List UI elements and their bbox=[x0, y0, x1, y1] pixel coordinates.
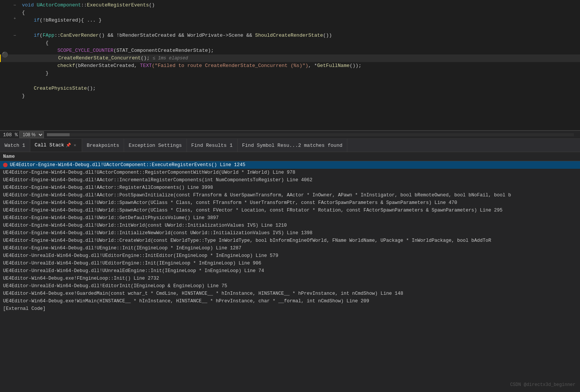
callstack-item-9[interactable]: UE4Editor-Engine-Win64-Debug.dll!UWorld:… bbox=[0, 229, 580, 237]
horizontal-scrollbar[interactable] bbox=[47, 133, 574, 136]
callstack-item-text-6: UE4Editor-Engine-Win64-Debug.dll!UWorld:… bbox=[3, 208, 502, 213]
current-line-icon: ⚫ bbox=[2, 51, 8, 58]
status-bar: 108 % 108 % 100 % 125 % bbox=[0, 131, 580, 139]
zoom-value: 108 % bbox=[3, 132, 18, 138]
tab-findresults[interactable]: Find Results 1 bbox=[187, 139, 238, 152]
callstack-item-18[interactable]: UE4Editor-Win64-Debug.exe!WinMain(HINSTA… bbox=[0, 297, 580, 305]
code-line-7: SCOPE_CYCLE_COUNTER(STAT_ComponentCreate… bbox=[0, 47, 580, 54]
code-line-2: { bbox=[0, 9, 580, 17]
debug-panel: Watch 1 Call Stack 📌 ✕ Breakpoints Excep… bbox=[0, 139, 580, 392]
callstack-item-text-10: UE4Editor-Engine-Win64-Debug.dll!UWorld:… bbox=[3, 238, 491, 243]
tab-callstack-close[interactable]: ✕ bbox=[73, 142, 78, 148]
code-text-8: CreateRenderState_Concurrent(); ≤ 1ms el… bbox=[20, 54, 188, 62]
code-text-4 bbox=[19, 24, 25, 32]
callstack-item-5[interactable]: UE4Editor-Engine-Win64-Debug.dll!UWorld:… bbox=[0, 199, 580, 207]
gutter-5: ⎯ bbox=[0, 32, 19, 36]
tab-breakpoints[interactable]: Breakpoints bbox=[82, 139, 124, 152]
callstack-item-8[interactable]: UE4Editor-Engine-Win64-Debug.dll!UWorld:… bbox=[0, 222, 580, 229]
callstack-item-text-15: UE4Editor-Win64-Debug.exe!FEngineLoop::I… bbox=[3, 276, 159, 281]
callstack-list[interactable]: UE4Editor-Engine-Win64-Debug.dll!UActorC… bbox=[0, 161, 580, 392]
code-lines: ⎯ void UActorComponent::ExecuteRegisterE… bbox=[0, 0, 580, 101]
code-text-2: { bbox=[19, 9, 25, 17]
gutter-3: + bbox=[0, 17, 19, 21]
callstack-item-14[interactable]: UE4Editor-UnrealEd-Win64-Debug.dll!UUnre… bbox=[0, 267, 580, 275]
callstack-item-text-18: UE4Editor-Win64-Debug.exe!WinMain(HINSTA… bbox=[3, 299, 369, 304]
callstack-item-text-16: UE4Editor-UnrealEd-Win64-Debug.dll!Edito… bbox=[3, 283, 227, 289]
code-text-3: if(!bRegistered){ ... } bbox=[19, 17, 102, 24]
code-text-12: CreatePhysicsState(); bbox=[19, 85, 96, 92]
callstack-item-text-17: UE4Editor-Win64-Debug.exe!GuardedMain(co… bbox=[3, 291, 403, 296]
callstack-item-12[interactable]: UE4Editor-UnrealEd-Win64-Debug.dll!UEdit… bbox=[0, 252, 580, 260]
callstack-item-15[interactable]: UE4Editor-Win64-Debug.exe!FEngineLoop::I… bbox=[0, 275, 580, 282]
callstack-item-text-13: UE4Editor-UnrealEd-Win64-Debug.dll!UEdit… bbox=[3, 261, 261, 266]
callstack-item-0[interactable]: UE4Editor-Engine-Win64-Debug.dll!UActorC… bbox=[0, 161, 580, 169]
fold-minus-icon[interactable]: ⎯ bbox=[14, 2, 16, 6]
tab-findsymbol[interactable]: Find Symbol Resu...2 matches found bbox=[238, 139, 347, 152]
code-text-6: { bbox=[19, 39, 48, 47]
gutter-1: ⎯ bbox=[0, 2, 19, 6]
debug-tab-bar: Watch 1 Call Stack 📌 ✕ Breakpoints Excep… bbox=[0, 139, 580, 152]
callstack-item-17[interactable]: UE4Editor-Win64-Debug.exe!GuardedMain(co… bbox=[0, 290, 580, 297]
code-line-11 bbox=[0, 77, 580, 85]
fold-plus-icon[interactable]: + bbox=[14, 17, 16, 21]
callstack-item-text-7: UE4Editor-Engine-Win64-Debug.dll!UWorld:… bbox=[3, 215, 219, 221]
callstack-item-text-12: UE4Editor-UnrealEd-Win64-Debug.dll!UEdit… bbox=[3, 253, 278, 258]
callstack-item-2[interactable]: UE4Editor-Engine-Win64-Debug.dll!AActor:… bbox=[0, 176, 580, 184]
callstack-item-16[interactable]: UE4Editor-UnrealEd-Win64-Debug.dll!Edito… bbox=[0, 282, 580, 290]
callstack-item-3[interactable]: UE4Editor-Engine-Win64-Debug.dll!AActor:… bbox=[0, 184, 580, 191]
watermark: CSDN @directx3d_beginner bbox=[510, 382, 575, 387]
tab-watch1[interactable]: Watch 1 bbox=[0, 139, 30, 152]
code-line-4 bbox=[0, 24, 580, 32]
zoom-control: 108 % 108 % 100 % 125 % bbox=[3, 131, 44, 138]
breakpoint-icon-0 bbox=[3, 163, 8, 167]
tab-exception-label: Exception Settings bbox=[129, 143, 182, 148]
callstack-item-6[interactable]: UE4Editor-Engine-Win64-Debug.dll!UWorld:… bbox=[0, 207, 580, 214]
callstack-item-text-11: UE4Editor-Engine-Win64-Debug.dll!UEngine… bbox=[3, 246, 241, 251]
code-text-7: SCOPE_CYCLE_COUNTER(STAT_ComponentCreate… bbox=[19, 47, 214, 54]
code-text-1: void UActorComponent::ExecuteRegisterEve… bbox=[19, 2, 155, 9]
code-text-11 bbox=[19, 77, 25, 85]
code-line-5: ⎯ if(FApp::CanEverRender() && !bRenderSt… bbox=[0, 32, 580, 39]
callstack-item-4[interactable]: UE4Editor-Engine-Win64-Debug.dll!AActor:… bbox=[0, 191, 580, 199]
code-line-6: { bbox=[0, 39, 580, 47]
tab-watch1-label: Watch 1 bbox=[5, 143, 25, 148]
tab-exception[interactable]: Exception Settings bbox=[124, 139, 187, 152]
callstack-item-text-14: UE4Editor-UnrealEd-Win64-Debug.dll!UUnre… bbox=[3, 268, 264, 274]
code-line-13: } bbox=[0, 92, 580, 100]
callstack-col-header: Name bbox=[0, 152, 580, 161]
code-line-12: CreatePhysicsState(); bbox=[0, 85, 580, 92]
code-line-8: ⚫ CreateRenderState_Concurrent(); ≤ 1ms … bbox=[0, 54, 580, 62]
scrollbar-thumb[interactable] bbox=[47, 133, 70, 136]
code-text-13: } bbox=[19, 92, 25, 100]
callstack-item-text-3: UE4Editor-Engine-Win64-Debug.dll!AActor:… bbox=[3, 185, 213, 190]
code-line-3: + if(!bRegistered){ ... } bbox=[0, 17, 580, 24]
callstack-item-1[interactable]: UE4Editor-Engine-Win64-Debug.dll!UActorC… bbox=[0, 169, 580, 176]
callstack-item-text-2: UE4Editor-Engine-Win64-Debug.dll!AActor:… bbox=[3, 177, 313, 183]
callstack-item-7[interactable]: UE4Editor-Engine-Win64-Debug.dll!UWorld:… bbox=[0, 214, 580, 222]
callstack-item-text-0: UE4Editor-Engine-Win64-Debug.dll!UActorC… bbox=[10, 162, 246, 168]
tab-callstack-label: Call Stack bbox=[35, 142, 64, 148]
code-editor: ⎯ void UActorComponent::ExecuteRegisterE… bbox=[0, 0, 580, 131]
code-line-1: ⎯ void UActorComponent::ExecuteRegisterE… bbox=[0, 2, 580, 9]
code-text-5: if(FApp::CanEverRender() && !bRenderStat… bbox=[19, 32, 332, 39]
code-text-9: checkf(bRenderStateCreated, TEXT("Failed… bbox=[19, 62, 361, 70]
col-header-name: Name bbox=[3, 154, 15, 159]
code-line-10: } bbox=[0, 70, 580, 77]
callstack-item-text-4: UE4Editor-Engine-Win64-Debug.dll!AActor:… bbox=[3, 193, 511, 198]
callstack-item-10[interactable]: UE4Editor-Engine-Win64-Debug.dll!UWorld:… bbox=[0, 237, 580, 244]
callstack-item-19[interactable]: [External Code] bbox=[0, 305, 580, 313]
callstack-item-11[interactable]: UE4Editor-Engine-Win64-Debug.dll!UEngine… bbox=[0, 244, 580, 252]
tab-callstack[interactable]: Call Stack 📌 ✕ bbox=[30, 139, 82, 152]
callstack-item-text-9: UE4Editor-Engine-Win64-Debug.dll!UWorld:… bbox=[3, 230, 313, 236]
fold-minus-icon-2[interactable]: ⎯ bbox=[14, 32, 16, 36]
tab-findresults-label: Find Results 1 bbox=[191, 143, 233, 148]
callstack-item-text-1: UE4Editor-Engine-Win64-Debug.dll!UActorC… bbox=[3, 170, 295, 175]
zoom-dropdown[interactable]: 108 % 100 % 125 % bbox=[19, 131, 44, 138]
callstack-item-text-5: UE4Editor-Engine-Win64-Debug.dll!UWorld:… bbox=[3, 200, 457, 205]
code-text-10: } bbox=[19, 70, 48, 77]
pin-icon: 📌 bbox=[66, 143, 71, 148]
callstack-item-text-8: UE4Editor-Engine-Win64-Debug.dll!UWorld:… bbox=[3, 223, 287, 228]
code-line-9: checkf(bRenderStateCreated, TEXT("Failed… bbox=[0, 62, 580, 70]
callstack-item-13[interactable]: UE4Editor-UnrealEd-Win64-Debug.dll!UEdit… bbox=[0, 260, 580, 267]
tab-findsymbol-label: Find Symbol Resu...2 matches found bbox=[242, 143, 342, 148]
